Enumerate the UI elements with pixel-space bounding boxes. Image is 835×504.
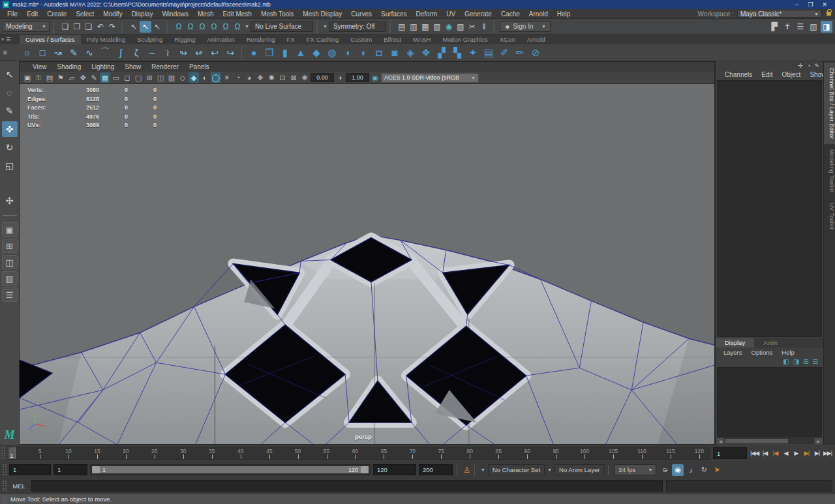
exposure-field[interactable]	[311, 73, 334, 82]
scroll-right-icon[interactable]: ▶	[815, 438, 822, 444]
toolbox-tool-button[interactable]: ◌	[2, 85, 18, 100]
pane-layout-button[interactable]: ☰	[2, 288, 18, 302]
range-end-handle[interactable]	[361, 466, 369, 473]
viewport-toolbar-icon[interactable]: ▤	[44, 72, 55, 83]
menu-item[interactable]: Deform	[412, 10, 442, 18]
viewport-toolbar-icon[interactable]: ⊡	[277, 72, 288, 83]
viewport-toolbar-icon[interactable]: ▣	[22, 72, 33, 83]
render-icon[interactable]: ▦	[419, 21, 431, 33]
shelf-surface-tool-icon[interactable]: ◈	[403, 46, 418, 60]
sidebar-vertical-tab[interactable]: UV Toolkit	[824, 198, 835, 235]
playback-option-icon[interactable]: ↻	[698, 464, 710, 476]
shelf-tab[interactable]: XGen	[494, 35, 521, 44]
lock-workspace-icon[interactable]	[827, 12, 831, 16]
layer-editor-tab[interactable]: Display	[716, 338, 754, 348]
shelf-tab[interactable]: MASH	[407, 35, 436, 44]
minimize-button[interactable]: –	[795, 1, 798, 8]
anim-layer-selector[interactable]: No Anim Layer	[554, 464, 604, 475]
snap-icon[interactable]: Ω	[196, 21, 208, 33]
toolbox-tool-button[interactable]: ◱	[2, 158, 18, 173]
viewport-toolbar-icon[interactable]: ⊠	[288, 72, 299, 83]
shelf-curve-tool-icon[interactable]: ↫	[192, 46, 206, 60]
divider[interactable]	[316, 21, 320, 33]
layer-editor-menu[interactable]: Help	[778, 349, 798, 356]
playback-button[interactable]: ◀	[781, 447, 791, 459]
sidebar-toggle-icon[interactable]: ✝	[782, 21, 793, 33]
character-set-icon[interactable]: ♙	[463, 466, 470, 475]
shelf-tab[interactable]: Curves / Surfaces	[20, 35, 81, 44]
pane-layout-button[interactable]: ◫	[2, 255, 18, 269]
shelf-surface-tool-icon[interactable]: ▲	[294, 46, 308, 60]
playback-button[interactable]: |◀◀	[750, 447, 759, 459]
viewport-toolbar-icon[interactable]: ◆	[189, 72, 199, 83]
pane-layout-button[interactable]: ▣	[2, 222, 18, 237]
layer-action-icon[interactable]: ◧	[783, 358, 789, 365]
menu-item[interactable]: Windows	[157, 10, 193, 18]
divider[interactable]	[389, 21, 393, 33]
menu-item[interactable]: Mesh Display	[298, 10, 346, 18]
menu-item[interactable]: Edit Mesh	[218, 10, 256, 18]
toolbox-tool-button[interactable]: ✜	[2, 121, 18, 137]
viewport-toolbar-icon[interactable]: ◫	[155, 72, 166, 83]
layer-editor-menu[interactable]: Options	[748, 349, 777, 356]
shelf-tab[interactable]: Poly Modeling	[81, 35, 132, 44]
command-input[interactable]	[31, 480, 663, 492]
shelf-tab[interactable]: Bifrost	[378, 35, 407, 44]
channel-box-menu[interactable]: Edit	[757, 71, 776, 78]
menu-item[interactable]: Edit	[22, 10, 42, 18]
viewport-toolbar-icon[interactable]: ❋	[299, 72, 310, 83]
current-frame-marker[interactable]: 1	[8, 447, 16, 459]
viewport-menu[interactable]: Panels	[184, 63, 215, 70]
divider[interactable]	[121, 21, 125, 33]
menu-item[interactable]: File	[3, 10, 22, 18]
menu-item[interactable]: Mesh Tools	[256, 10, 298, 18]
viewport-toolbar-icon[interactable]: ▭	[111, 72, 121, 83]
shelf-surface-tool-icon[interactable]: ⊘	[528, 46, 543, 60]
shelf-surface-tool-icon[interactable]: ❒	[262, 46, 277, 60]
shelf-surface-tool-icon[interactable]: ✐	[497, 46, 511, 60]
viewport-toolbar-icon[interactable]: ⊞	[144, 72, 155, 83]
shelf-curve-tool-icon[interactable]: ∿	[82, 46, 97, 60]
toolbox-tool-button[interactable]: ↻	[2, 140, 18, 155]
file-icon[interactable]: ↷	[106, 21, 118, 33]
channel-box-menu[interactable]: Object	[778, 71, 805, 78]
menu-item[interactable]: Mesh	[193, 10, 218, 18]
menu-item[interactable]: Display	[127, 10, 158, 18]
shelf-surface-tool-icon[interactable]: ◖	[341, 46, 355, 60]
shelf-surface-tool-icon[interactable]: ◘	[372, 46, 386, 60]
chevron-down-icon[interactable]: ▼	[547, 467, 552, 472]
time-slider-ticks[interactable]: 1 51015202530354045505560657075808590951…	[8, 447, 710, 460]
shelf-curve-tool-icon[interactable]: ↪	[223, 46, 237, 60]
render-icon[interactable]: ▤	[396, 21, 408, 33]
drag-handle[interactable]	[1, 447, 5, 459]
pane-layout-button[interactable]: ▥	[2, 271, 18, 286]
viewport-toolbar-icon[interactable]: ✥	[78, 72, 88, 83]
drag-handle[interactable]	[3, 496, 7, 503]
viewport-toolbar-icon[interactable]: ◇	[177, 72, 188, 83]
shelf-surface-tool-icon[interactable]: ◆	[309, 46, 324, 60]
viewport-toolbar-icon[interactable]: ▢	[133, 72, 144, 83]
current-time-field[interactable]	[713, 447, 747, 459]
shelf-tab[interactable]: Rendering	[241, 35, 281, 44]
shelf-surface-tool-icon[interactable]: ●	[247, 46, 261, 60]
shelf-tab[interactable]: Custom	[344, 35, 378, 44]
playback-button[interactable]: ▶▶|	[823, 447, 832, 459]
sidebar-vertical-tab[interactable]: Modeling Toolkit	[824, 144, 835, 198]
viewport-toolbar-icon[interactable]: ◔	[233, 72, 243, 83]
sidebar-vertical-tab[interactable]: Channel Box / Layer Editor	[824, 63, 835, 144]
color-management-icon[interactable]: ◉	[370, 72, 380, 83]
sidebar-toggle-icon[interactable]: ◨	[821, 21, 832, 33]
shelf-surface-tool-icon[interactable]: ✏	[513, 46, 527, 60]
shelf-tabs-menu-icon[interactable]: ▾	[1, 37, 4, 42]
viewport-menu[interactable]: Lighting	[86, 63, 119, 70]
range-start-handle[interactable]	[92, 466, 100, 473]
viewport-canvas[interactable]: Verts: 3080 0 0 Edges: 6128 0 0	[20, 84, 714, 444]
shelf-tab[interactable]: Sculpting	[131, 35, 168, 44]
snap-icon[interactable]: Ω	[173, 21, 185, 33]
toolbox-tool-button[interactable]: ↖	[2, 67, 18, 82]
range-slider[interactable]: 1 120	[90, 464, 371, 475]
menu-item[interactable]: Surfaces	[376, 10, 411, 18]
shelf-surface-tool-icon[interactable]: ◙	[387, 46, 402, 60]
shelf-surface-tool-icon[interactable]: ▤	[481, 46, 496, 60]
snap-icon[interactable]: Ω	[232, 21, 243, 33]
